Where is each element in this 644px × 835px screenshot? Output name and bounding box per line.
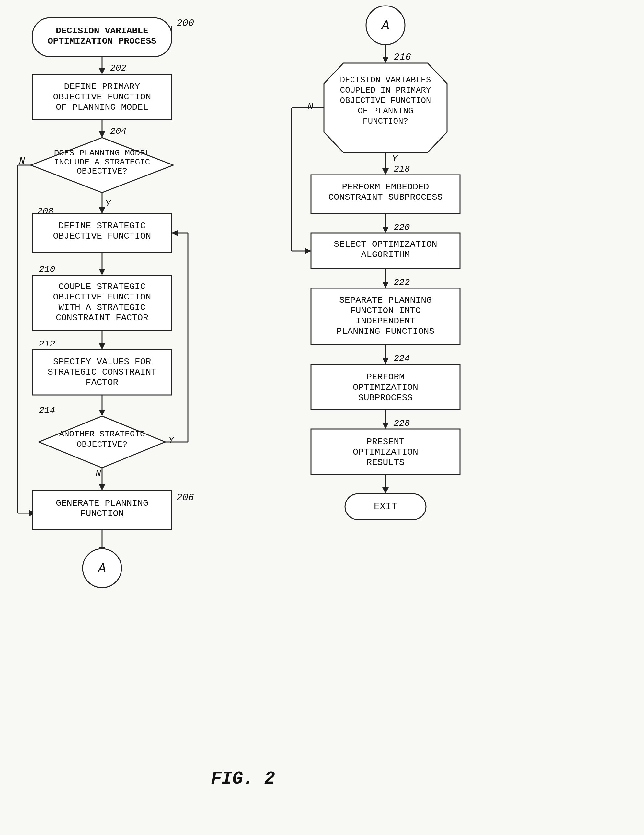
svg-text:FUNCTION?: FUNCTION? (363, 117, 408, 126)
svg-text:DEFINE PRIMARY: DEFINE PRIMARY (64, 81, 140, 92)
svg-text:220: 220 (394, 223, 410, 232)
svg-text:OBJECTIVE?: OBJECTIVE? (77, 166, 127, 176)
svg-text:EXIT: EXIT (374, 501, 397, 512)
svg-text:GENERATE PLANNING: GENERATE PLANNING (56, 498, 148, 508)
svg-text:COUPLED IN PRIMARY: COUPLED IN PRIMARY (340, 86, 431, 95)
svg-rect-0 (0, 0, 644, 835)
svg-text:A: A (97, 561, 106, 577)
svg-text:216: 216 (394, 52, 411, 63)
svg-text:CONSTRAINT FACTOR: CONSTRAINT FACTOR (56, 313, 148, 323)
svg-text:DEFINE STRATEGIC: DEFINE STRATEGIC (59, 221, 146, 231)
svg-text:OF PLANNING MODEL: OF PLANNING MODEL (56, 102, 148, 112)
svg-text:N: N (96, 468, 101, 479)
node-228: PRESENT OPTIMIZATION RESULTS (311, 429, 460, 474)
svg-text:228: 228 (394, 418, 410, 428)
svg-text:DECISION VARIABLES: DECISION VARIABLES (340, 75, 431, 85)
connector-a-right: A (366, 6, 405, 45)
svg-text:WITH A STRATEGIC: WITH A STRATEGIC (59, 302, 146, 312)
svg-text:212: 212 (39, 339, 55, 349)
svg-text:Y: Y (105, 199, 111, 209)
svg-text:OBJECTIVE FUNCTION: OBJECTIVE FUNCTION (340, 96, 431, 106)
svg-text:OPTIMIZATION PROCESS: OPTIMIZATION PROCESS (48, 36, 156, 46)
svg-text:ANOTHER STRATEGIC: ANOTHER STRATEGIC (59, 429, 145, 439)
svg-text:FACTOR: FACTOR (86, 377, 119, 388)
svg-text:210: 210 (39, 265, 55, 275)
svg-text:SUBPROCESS: SUBPROCESS (358, 393, 413, 403)
svg-text:CONSTRAINT SUBPROCESS: CONSTRAINT SUBPROCESS (329, 192, 443, 202)
svg-text:ALGORITHM: ALGORITHM (361, 250, 410, 260)
svg-text:222: 222 (394, 278, 410, 288)
svg-text:FIG. 2: FIG. 2 (211, 768, 275, 789)
svg-text:OF PLANNING: OF PLANNING (358, 106, 413, 116)
svg-text:N: N (307, 101, 313, 112)
connector-a-left: A (83, 549, 122, 588)
svg-text:Y: Y (168, 435, 175, 445)
svg-text:STRATEGIC CONSTRAINT: STRATEGIC CONSTRAINT (48, 367, 156, 377)
svg-text:214: 214 (39, 405, 55, 415)
svg-text:OBJECTIVE FUNCTION: OBJECTIVE FUNCTION (53, 231, 151, 241)
svg-text:SEPARATE PLANNING: SEPARATE PLANNING (339, 295, 432, 305)
svg-text:204: 204 (110, 126, 126, 136)
svg-text:FUNCTION INTO: FUNCTION INTO (350, 305, 421, 316)
svg-text:SELECT OPTIMIZATION: SELECT OPTIMIZATION (333, 239, 437, 249)
svg-text:DECISION VARIABLE: DECISION VARIABLE (56, 26, 148, 36)
svg-text:SPECIFY VALUES FOR: SPECIFY VALUES FOR (53, 357, 151, 367)
svg-text:200: 200 (177, 18, 194, 29)
svg-text:COUPLE STRATEGIC: COUPLE STRATEGIC (59, 282, 146, 292)
node-206: GENERATE PLANNING FUNCTION 206 (33, 491, 194, 530)
node-210: COUPLE STRATEGIC OBJECTIVE FUNCTION WITH… (33, 275, 172, 330)
svg-text:OBJECTIVE FUNCTION: OBJECTIVE FUNCTION (53, 292, 151, 302)
svg-text:DOES PLANNING MODEL: DOES PLANNING MODEL (54, 148, 150, 158)
svg-text:Y: Y (392, 154, 398, 164)
svg-text:OPTIMIZATION: OPTIMIZATION (353, 382, 418, 392)
node-224: PERFORM OPTIMIZATION SUBPROCESS (311, 364, 460, 409)
svg-text:PERFORM: PERFORM (366, 372, 405, 382)
node-222: SEPARATE PLANNING FUNCTION INTO INDEPEND… (311, 288, 460, 345)
figure-label: FIG. 2 (211, 768, 275, 789)
svg-text:OPTIMIZATION: OPTIMIZATION (353, 447, 418, 457)
node-exit: EXIT (345, 494, 426, 520)
svg-text:218: 218 (394, 164, 410, 174)
svg-text:202: 202 (110, 63, 126, 73)
svg-text:PRESENT: PRESENT (366, 437, 405, 447)
svg-text:OBJECTIVE FUNCTION: OBJECTIVE FUNCTION (53, 92, 151, 102)
svg-text:RESULTS: RESULTS (366, 458, 405, 468)
svg-text:206: 206 (177, 492, 194, 503)
svg-text:PLANNING FUNCTIONS: PLANNING FUNCTIONS (337, 327, 434, 336)
svg-text:A: A (380, 18, 389, 34)
node-218: PERFORM EMBEDDED CONSTRAINT SUBPROCESS (311, 175, 460, 214)
node-220: SELECT OPTIMIZATION ALGORITHM (311, 233, 460, 269)
node-208: DEFINE STRATEGIC OBJECTIVE FUNCTION (33, 214, 172, 253)
node-212: SPECIFY VALUES FOR STRATEGIC CONSTRAINT … (33, 350, 172, 395)
svg-text:INDEPENDENT: INDEPENDENT (356, 316, 416, 326)
svg-text:INCLUDE A STRATEGIC: INCLUDE A STRATEGIC (54, 158, 150, 167)
svg-text:FUNCTION: FUNCTION (80, 508, 124, 519)
node-202: DEFINE PRIMARY OBJECTIVE FUNCTION OF PLA… (33, 75, 172, 120)
svg-text:224: 224 (394, 354, 410, 364)
diagram-container: DECISION VARIABLE OPTIMIZATION PROCESS 2… (0, 0, 644, 835)
svg-text:OBJECTIVE?: OBJECTIVE? (77, 440, 127, 449)
svg-text:PERFORM EMBEDDED: PERFORM EMBEDDED (342, 182, 429, 192)
